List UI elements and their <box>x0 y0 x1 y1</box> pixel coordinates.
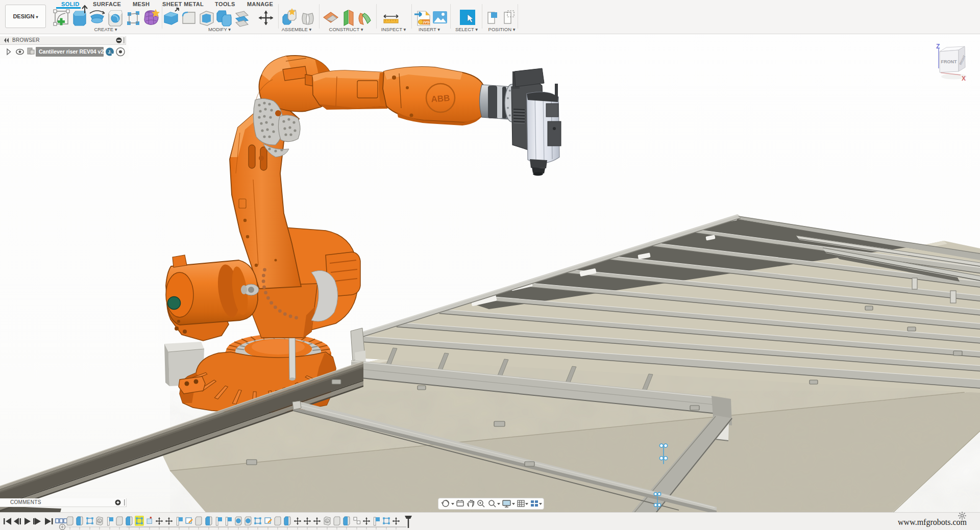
svg-text:ABB: ABB <box>431 93 450 105</box>
svg-text:X: X <box>962 75 966 82</box>
svg-text:J.: J. <box>108 49 111 55</box>
svg-text:FRONT: FRONT <box>941 59 957 64</box>
svg-text:Z: Z <box>936 43 940 50</box>
